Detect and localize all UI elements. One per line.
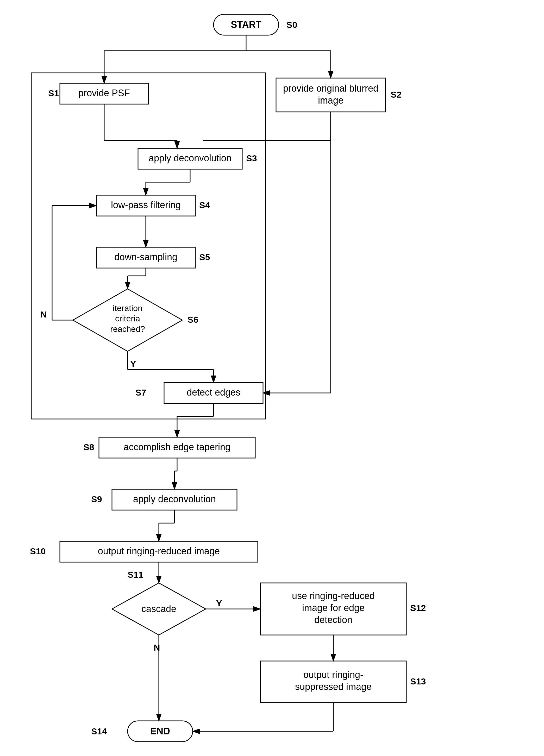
s11-step: S11 bbox=[128, 570, 143, 580]
loop-outer-box bbox=[31, 73, 265, 419]
s12-label-line3: detection bbox=[314, 614, 352, 625]
n-label-s11: N bbox=[154, 643, 160, 652]
s0-label: S0 bbox=[287, 20, 298, 30]
s3-step: S3 bbox=[246, 153, 257, 163]
s10-label: output ringing-reduced image bbox=[98, 546, 220, 556]
end-label: END bbox=[150, 726, 170, 736]
flowchart-diagram: START S0 provide PSF S1 provide original… bbox=[0, 0, 544, 756]
s5-label: down-sampling bbox=[114, 252, 177, 262]
s13-label-line2: suppressed image bbox=[295, 681, 372, 692]
s5-step: S5 bbox=[199, 252, 210, 262]
n-label-s6: N bbox=[40, 309, 47, 319]
s3-label: apply deconvolution bbox=[149, 153, 231, 163]
s6-label-line1: iteration bbox=[113, 303, 142, 313]
s4-step: S4 bbox=[199, 200, 210, 210]
s10-step: S10 bbox=[30, 546, 46, 556]
s2-label-line1: provide original blurred bbox=[283, 83, 378, 94]
start-label: START bbox=[231, 19, 261, 30]
s2-step: S2 bbox=[391, 90, 402, 99]
s14-step: S14 bbox=[91, 726, 107, 736]
s12-step: S12 bbox=[410, 603, 426, 613]
s1-step: S1 bbox=[48, 88, 59, 98]
s9-label: apply deconvolution bbox=[133, 494, 216, 504]
s7-label: detect edges bbox=[187, 387, 240, 398]
y-label-s11: Y bbox=[216, 598, 222, 608]
s9-step: S9 bbox=[91, 494, 102, 504]
s4-label: low-pass filtering bbox=[111, 200, 181, 210]
s11-label: cascade bbox=[141, 603, 176, 614]
s8-label: accomplish edge tapering bbox=[124, 442, 230, 452]
s12-label-line1: use ringing-reduced bbox=[292, 590, 375, 601]
s13-label-line1: output ringing- bbox=[304, 669, 363, 680]
s2-label-line2: image bbox=[318, 95, 344, 106]
s8-step: S8 bbox=[83, 442, 94, 452]
y-label-s6: Y bbox=[130, 359, 136, 369]
s6-label-line3: reached? bbox=[110, 324, 145, 334]
s6-label-line2: criteria bbox=[115, 314, 140, 323]
s7-step: S7 bbox=[135, 387, 146, 397]
s6-step: S6 bbox=[187, 315, 198, 325]
s13-step: S13 bbox=[410, 676, 426, 686]
s12-label-line2: image for edge bbox=[302, 602, 365, 613]
s1-label: provide PSF bbox=[78, 88, 130, 98]
